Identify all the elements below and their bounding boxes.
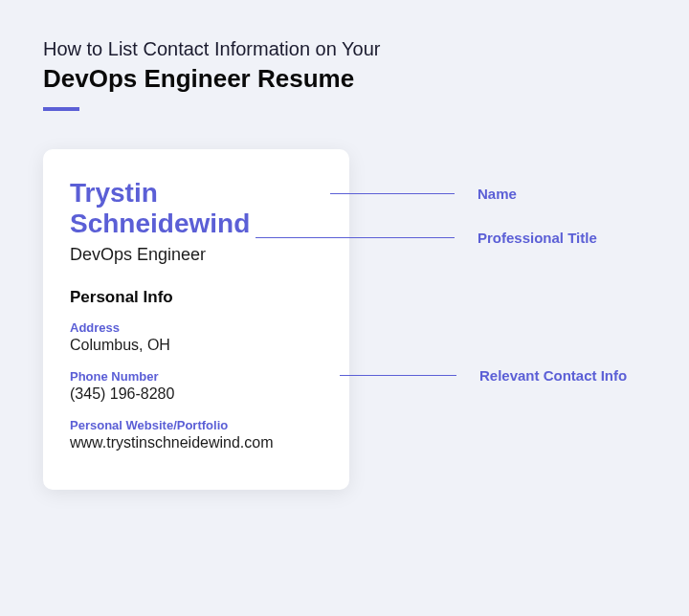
resume-title: DevOps Engineer [70, 245, 322, 265]
annotation-title: Professional Title [256, 230, 597, 246]
phone-label: Phone Number [70, 369, 322, 384]
heading-line1: How to List Contact Information on Your [43, 38, 646, 60]
heading-line2: DevOps Engineer Resume [43, 64, 646, 94]
annotation-line [330, 193, 455, 194]
heading-block: How to List Contact Information on Your … [43, 38, 646, 111]
section-header: Personal Info [70, 288, 322, 307]
annotation-contact: Relevant Contact Info [340, 367, 627, 384]
content-area: Trystin Schneidewind DevOps Engineer Per… [43, 149, 646, 490]
resume-card: Trystin Schneidewind DevOps Engineer Per… [43, 149, 349, 490]
annotation-label-title: Professional Title [478, 230, 597, 246]
annotation-label-contact: Relevant Contact Info [479, 367, 627, 384]
accent-bar [43, 107, 79, 111]
phone-value: (345) 196-8280 [70, 385, 322, 403]
address-value: Columbus, OH [70, 337, 322, 354]
annotation-line [340, 375, 456, 376]
website-label: Personal Website/Portfolio [70, 418, 322, 432]
annotation-label-name: Name [478, 186, 517, 202]
annotation-line [256, 237, 455, 238]
address-label: Address [70, 320, 322, 335]
annotation-name: Name [330, 186, 517, 202]
website-value: www.trystinschneidewind.com [70, 434, 322, 451]
